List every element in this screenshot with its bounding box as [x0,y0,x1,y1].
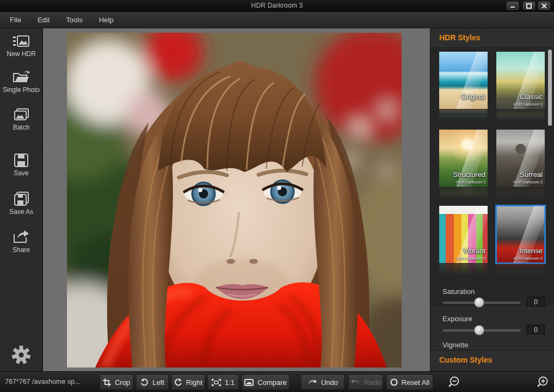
hdr-styles-header: HDR Styles [430,28,554,48]
settings-button[interactable] [0,345,42,367]
menu-edit[interactable]: Edit [31,13,56,28]
sidebar-divider [0,267,42,268]
zoom-in-button[interactable] [536,376,549,391]
sidebar-item-label: Batch [0,124,42,131]
panel-scrollbar[interactable] [548,50,552,126]
zoom-out-button[interactable] [447,376,460,391]
sidebar-item-batch[interactable]: Batch [0,108,42,131]
sidebar-item-single-photo[interactable]: Single Photo [0,70,42,94]
redo-icon [350,379,360,385]
style-name: Intense [519,247,543,255]
saturation-label: Saturation [442,287,475,296]
thumbnail-reflection [496,109,545,121]
rotate-right-label: Right [186,378,202,387]
style-tile-surreal[interactable]: Surreal HDR Darkroom 3 [496,130,545,187]
photo-preview[interactable] [67,33,402,367]
style-name: Surreal [520,170,543,179]
actual-size-label: 1:1 [225,378,235,387]
sidebar-item-label: New HDR [0,50,42,58]
style-name: Classic [520,93,543,101]
redo-label: Redo [364,378,381,387]
thumbnail-reflection [439,109,488,121]
sidebar-item-save-as[interactable]: Save As [0,192,42,216]
share-icon [13,230,29,244]
window-title: HDR Darkroom 3 [0,2,554,9]
exposure-slider[interactable] [442,329,521,332]
editor-canvas [43,28,430,371]
sidebar-item-label: Save [0,169,42,177]
sidebar-item-new-hdr[interactable]: New HDR [0,35,42,58]
vignette-label: Vignette [442,341,468,349]
style-subtitle: HDR Darkroom 3 [513,180,543,184]
style-name: Original [461,93,485,101]
close-button[interactable] [538,2,550,10]
save-as-icon [14,192,29,206]
thumbnail-reflection [496,263,545,275]
style-thumbnails: Original Classic HDR Darkroom 3 Structur… [430,48,554,306]
style-subtitle: HDR Darkroom 3 [513,256,543,260]
style-tile-classic[interactable]: Classic HDR Darkroom 3 [496,52,545,109]
thumbnail-reflection [439,263,488,275]
exposure-slider-thumb[interactable] [474,325,484,335]
sidebar-item-share[interactable]: Share [0,230,42,254]
undo-button[interactable]: Undo [301,375,344,390]
rotate-left-label: Left [152,378,164,387]
redo-button[interactable]: Redo [348,375,383,390]
thumbnail-reflection [439,187,488,199]
rotate-right-button[interactable]: Right [171,375,205,390]
compare-button[interactable]: Compare [242,375,290,390]
sidebar-item-label: Single Photo [0,86,42,94]
status-text: 767*767 /avaxhome sp... [5,378,80,385]
stacked-photos-icon [13,108,29,121]
style-tile-intense-selected[interactable]: Intense HDR Darkroom 3 [496,206,545,263]
custom-styles-title: Custom Styles [430,351,554,364]
style-subtitle: HDR Darkroom 3 [456,180,485,184]
reset-all-label: Reset All [402,378,429,387]
title-bar: HDR Darkroom 3 [0,0,554,12]
exposure-value[interactable]: 0 [527,324,545,336]
zoom-out-icon [447,376,460,389]
undo-icon [307,379,317,385]
style-tile-original[interactable]: Original [439,52,488,109]
rotate-left-button[interactable]: Left [136,375,169,390]
close-icon [541,3,547,9]
saturation-slider[interactable] [442,301,521,304]
bottom-toolbar: 767*767 /avaxhome sp... Crop Left Right [0,371,554,392]
crop-icon [103,378,111,387]
minimize-icon [510,4,515,8]
maximize-button[interactable] [523,2,535,10]
hdr-styles-title: HDR Styles [430,28,554,42]
zoom-in-icon [536,376,549,389]
minimize-button[interactable] [507,2,519,10]
save-icon [14,154,28,167]
rotate-left-icon [140,378,149,387]
sidebar-divider [0,144,42,145]
sidebar-item-label: Share [0,246,42,254]
hdr-darkroom-window: HDR Darkroom 3 File Edit Tools Help New … [0,0,554,392]
sidebar-item-label: Save As [0,208,42,216]
undo-label: Undo [321,378,338,387]
style-name: Vibrant [463,247,485,255]
saturation-slider-thumb[interactable] [474,297,484,308]
compare-label: Compare [257,378,286,387]
sidebar: New HDR Single Photo Batch [0,28,42,371]
new-hdr-icon [13,35,29,48]
fit-frame-icon [212,379,221,386]
portrait-girl-red-scarf [67,33,402,367]
custom-styles-header[interactable]: Custom Styles [430,350,554,371]
menu-help[interactable]: Help [93,13,120,28]
saturation-value[interactable]: 0 [527,297,545,308]
style-tile-vibrant[interactable]: Vibrant HDR Darkroom 3 [439,206,488,263]
crop-button[interactable]: Crop [100,375,133,390]
sidebar-item-save[interactable]: Save [0,154,42,177]
menu-file[interactable]: File [3,13,28,28]
reset-all-button[interactable]: Reset All [386,375,433,390]
thumbnail-reflection [496,187,545,199]
actual-size-button[interactable]: 1:1 [207,375,239,390]
style-tile-structured[interactable]: Structured HDR Darkroom 3 [439,130,488,187]
menu-bar: File Edit Tools Help [0,12,554,28]
gear-icon [11,345,31,365]
menu-tools[interactable]: Tools [59,13,89,28]
maximize-icon [526,3,532,9]
crop-label: Crop [115,378,130,387]
